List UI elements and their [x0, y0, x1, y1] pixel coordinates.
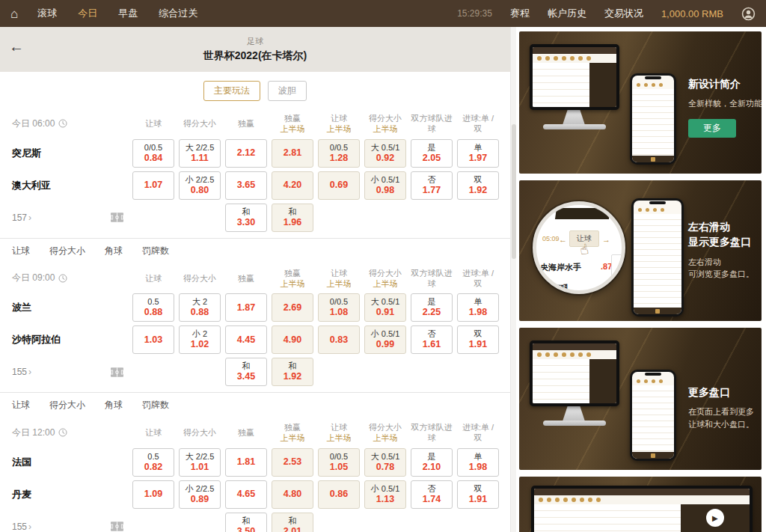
more-markets-link[interactable]: 155›	[12, 367, 31, 377]
odds-button[interactable]: 0/0.51.28	[318, 139, 360, 168]
subtab-2[interactable]: 角球	[105, 245, 123, 257]
odds-button[interactable]: 1.87	[225, 293, 267, 322]
link-account-history[interactable]: 帐户历史	[548, 7, 586, 20]
odds-button[interactable]: 0.69	[318, 171, 360, 200]
odds-column-header: 进球:单 / 双	[457, 422, 499, 444]
odds-button[interactable]: 是2.10	[411, 448, 453, 477]
user-avatar-icon[interactable]	[741, 7, 756, 21]
nav-parlay[interactable]: 综合过关	[159, 7, 197, 20]
odds-button[interactable]: 0/0.51.05	[318, 448, 360, 477]
phone-illustration	[631, 198, 684, 317]
promo-banner-more-markets[interactable]: 更多盘口 在页面上看到更多 让球和大小盘口。	[519, 328, 762, 470]
odds-button[interactable]: 双1.91	[457, 325, 499, 354]
odds-button[interactable]: 2.53	[272, 448, 313, 477]
odds-button[interactable]: 4.20	[272, 171, 313, 200]
odds-button[interactable]: 是2.25	[411, 293, 453, 322]
odds-button[interactable]: 4.65	[225, 480, 267, 509]
more-button[interactable]: 更多	[688, 119, 736, 138]
odds-button[interactable]: 1.81	[225, 448, 267, 477]
more-markets-link[interactable]: 157›	[12, 213, 31, 223]
draw-odds-button[interactable]: 和1.96	[272, 204, 313, 232]
odds-button[interactable]: 大 0.5/10.92	[364, 139, 406, 168]
odds-button[interactable]: 2.81	[272, 139, 313, 168]
main-markets-button[interactable]: 主要玩法	[203, 81, 260, 101]
odds-button[interactable]: 1.03	[132, 325, 174, 354]
odds-button[interactable]: 4.90	[272, 325, 313, 354]
odds-button[interactable]: 大 20.88	[179, 293, 221, 322]
magnifier-time: 05:09	[542, 235, 560, 242]
subtab-2[interactable]: 角球	[105, 399, 123, 412]
nav-live[interactable]: 滚球	[37, 7, 57, 20]
scrollbar[interactable]	[510, 27, 516, 532]
draw-odds-button[interactable]: 和3.50	[225, 513, 267, 532]
odds-button[interactable]: 大 2/2.51.11	[179, 139, 221, 168]
odds-button[interactable]: 1.09	[132, 480, 174, 509]
subtab-0[interactable]: 让球	[12, 399, 30, 412]
odds-button[interactable]: 大 2/2.51.01	[179, 448, 221, 477]
correct-score-button[interactable]: 波胆	[268, 81, 307, 101]
odds-button[interactable]: 3.65	[225, 171, 267, 200]
odds-button[interactable]: 小 0.5/10.99	[364, 325, 406, 354]
subtab-1[interactable]: 得分大小	[49, 245, 85, 257]
subtab-1[interactable]: 得分大小	[49, 399, 85, 412]
odds-column-header: 让球	[132, 268, 174, 289]
subtab-3[interactable]: 罚牌数	[142, 399, 169, 412]
odds-button[interactable]: 小 0.5/11.13	[364, 480, 406, 509]
draw-odds-button[interactable]: 和3.45	[225, 358, 267, 386]
odds-button[interactable]: 否1.74	[411, 480, 453, 509]
back-button[interactable]: ←	[9, 39, 24, 54]
match-row: 法国0.50.82大 2/2.51.011.812.530/0.51.05大 0…	[0, 448, 510, 477]
odds-button[interactable]: 0.50.82	[132, 448, 174, 477]
odds-button[interactable]: 小 2/2.50.89	[179, 480, 221, 509]
promo-banner-swipe[interactable]: 05:09 ← 让球 → ☝ 中央海岸水手 .87 斯班狮吼 .95 大 2 0…	[519, 180, 762, 321]
odds-button[interactable]: 是2.05	[411, 139, 453, 168]
odds-button[interactable]: 1.07	[132, 171, 174, 200]
link-schedule[interactable]: 赛程	[510, 7, 530, 20]
magnifier-team-2: 斯班狮吼	[536, 283, 569, 294]
team-name: 波兰	[12, 301, 128, 314]
odds-button[interactable]: 否1.77	[411, 171, 453, 200]
match-time: 今日 09:00	[12, 272, 128, 284]
home-icon[interactable]: ⌂	[10, 7, 18, 20]
odds-button[interactable]: 小 0.5/10.98	[364, 171, 406, 200]
match-row: 波兰0.50.88大 20.881.872.690/0.51.08大 0.5/1…	[0, 293, 510, 322]
odds-column-header: 独赢上半场	[272, 268, 313, 290]
scrollbar-thumb[interactable]	[512, 124, 516, 259]
odds-button[interactable]: 0/0.50.84	[132, 139, 174, 168]
odds-button[interactable]: 0.83	[318, 325, 360, 354]
odds-column-header: 双方球队进球	[411, 268, 453, 290]
odds-button[interactable]: 大 0.5/10.78	[364, 448, 406, 477]
draw-odds-button[interactable]: 和2.01	[272, 513, 313, 532]
odds-button[interactable]: 2.12	[225, 139, 267, 168]
phone-illustration	[630, 370, 676, 461]
promo-banner-new-design[interactable]: 新设计简介 全新样貌，全新功能 更多	[519, 31, 762, 174]
subtab-0[interactable]: 让球	[12, 245, 30, 257]
nav-early[interactable]: 早盘	[118, 7, 138, 20]
odds-button[interactable]: 单1.98	[457, 448, 499, 477]
odds-column-header: 得分大小	[179, 422, 221, 443]
odds-button[interactable]: 双1.91	[457, 480, 499, 509]
promo-banner-video[interactable]: ▶	[519, 477, 762, 532]
odds-button[interactable]: 双1.92	[457, 171, 499, 200]
odds-button[interactable]: 0.86	[318, 480, 360, 509]
odds-button[interactable]: 小 2/2.50.80	[179, 171, 221, 200]
odds-button[interactable]: 2.69	[272, 293, 313, 322]
nav-today[interactable]: 今日	[78, 7, 97, 20]
draw-odds-button[interactable]: 和1.92	[272, 358, 313, 386]
more-markets-link[interactable]: 155›	[12, 522, 31, 532]
odds-button[interactable]: 否1.61	[411, 325, 453, 354]
subtab-3[interactable]: 罚牌数	[142, 245, 169, 257]
odds-button[interactable]: 单1.97	[457, 139, 499, 168]
odds-button[interactable]: 4.80	[272, 480, 313, 509]
odds-column-header: 得分大小上半场	[364, 113, 406, 135]
odds-button[interactable]: 0.50.88	[132, 293, 174, 322]
odds-button[interactable]: 4.45	[225, 325, 267, 354]
link-transaction-status[interactable]: 交易状况	[604, 7, 643, 20]
pitch-icon	[111, 213, 123, 222]
odds-button[interactable]: 小 21.02	[179, 325, 221, 354]
draw-odds-button[interactable]: 和3.30	[225, 204, 267, 232]
odds-button[interactable]: 单1.98	[457, 293, 499, 322]
odds-button[interactable]: 0/0.51.08	[318, 293, 360, 322]
match-row: 澳大利亚1.07小 2/2.50.803.654.200.69小 0.5/10.…	[0, 171, 510, 200]
odds-button[interactable]: 大 0.5/10.91	[364, 293, 406, 322]
